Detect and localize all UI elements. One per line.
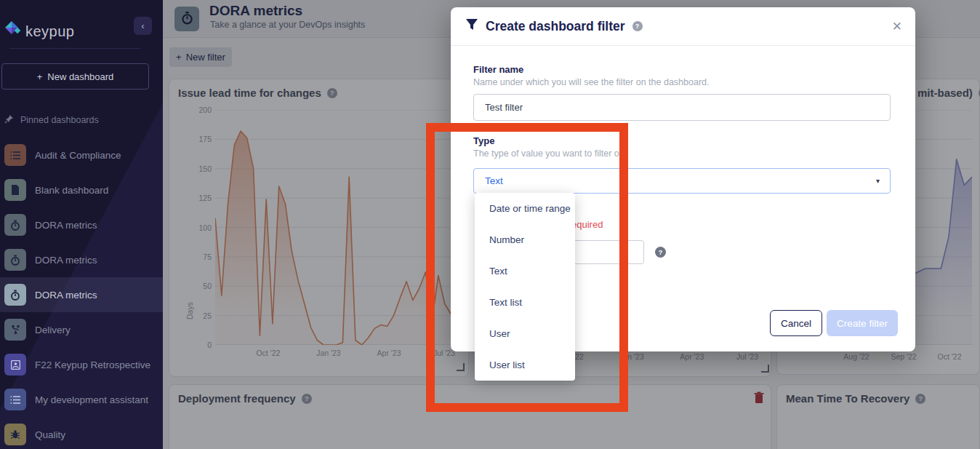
keypup-logo-icon: [4, 20, 20, 42]
help-icon[interactable]: ?: [655, 247, 666, 258]
app-root: keypup ‹ + New dashboard Pinned dashboar…: [0, 0, 980, 449]
dialog-header: Create dashboard filter ?: [451, 7, 915, 46]
checklist-icon: [4, 389, 26, 410]
sidebar-item-audit-compliance[interactable]: Audit & Compliance: [0, 138, 163, 172]
stopwatch-icon: [4, 284, 26, 306]
new-dashboard-button[interactable]: + New dashboard: [1, 63, 149, 90]
sidebar-item-dora-metrics-1[interactable]: DORA metrics: [0, 207, 163, 242]
chevron-left-icon: ‹: [141, 20, 144, 31]
chevron-down-icon: ▾: [876, 177, 880, 185]
dropdown-option-number[interactable]: Number: [475, 224, 575, 255]
close-icon[interactable]: ✕: [892, 19, 902, 34]
sidebar-item-quality[interactable]: Quality: [0, 417, 163, 449]
funnel-icon: [465, 18, 478, 34]
required-error-text: equired: [571, 219, 603, 230]
create-filter-button[interactable]: Create filter: [827, 310, 898, 336]
bug-icon: [4, 424, 26, 445]
stopwatch-icon: [4, 214, 26, 236]
checklist-icon: [4, 144, 26, 166]
stopwatch-icon: [4, 249, 26, 271]
sidebar-item-dora-metrics-2[interactable]: DORA metrics: [0, 242, 163, 277]
plus-icon: +: [37, 71, 43, 82]
pinned-dashboards-header: Pinned dashboards: [4, 114, 99, 126]
logo-text: keypup: [25, 23, 75, 40]
sidebar-item-blank-dashboard[interactable]: Blank dashboard: [0, 172, 163, 207]
filter-name-input[interactable]: [473, 94, 891, 121]
pin-icon: [4, 114, 14, 126]
cancel-button[interactable]: Cancel: [770, 310, 822, 336]
dropdown-option-user[interactable]: User: [475, 318, 575, 349]
sidebar-item-my-development-assistant[interactable]: My development assistant: [0, 382, 163, 417]
dropdown-option-user-list[interactable]: User list: [475, 349, 575, 381]
sidebar-item-delivery[interactable]: Delivery: [0, 312, 163, 347]
dropdown-option-text-list[interactable]: Text list: [475, 287, 575, 318]
sidebar-collapse-button[interactable]: ‹: [134, 17, 152, 35]
value-input[interactable]: [570, 240, 644, 264]
sidebar: keypup ‹ + New dashboard Pinned dashboar…: [0, 0, 163, 449]
sidebar-divider: [9, 48, 140, 49]
filter-name-label: Filter name: [473, 64, 523, 75]
dropdown-option-date-or-time-range[interactable]: Date or time range: [475, 193, 575, 224]
sidebar-item-f22-retrospective[interactable]: F22 Keypup Retrospective: [0, 347, 163, 382]
sidebar-item-dora-metrics-active[interactable]: DORA metrics: [0, 277, 163, 312]
badge-icon: [4, 354, 26, 376]
type-select-value: Text: [485, 175, 503, 186]
document-icon: [4, 179, 26, 201]
type-label: Type: [473, 135, 494, 146]
dropdown-option-text[interactable]: Text: [475, 255, 575, 287]
help-icon[interactable]: ?: [632, 21, 643, 31]
filter-name-helper: Name under which you will see the filter…: [473, 77, 710, 87]
keypup-logo[interactable]: keypup: [4, 20, 75, 42]
pinned-dashboards-label: Pinned dashboards: [20, 115, 99, 125]
type-helper: The type of value you want to filter on: [473, 148, 624, 159]
type-dropdown-menu: Date or time range Number Text Text list…: [475, 193, 575, 381]
dialog-title: Create dashboard filter: [486, 19, 625, 34]
branch-icon: [4, 319, 26, 341]
type-select[interactable]: Text ▾: [473, 168, 891, 194]
